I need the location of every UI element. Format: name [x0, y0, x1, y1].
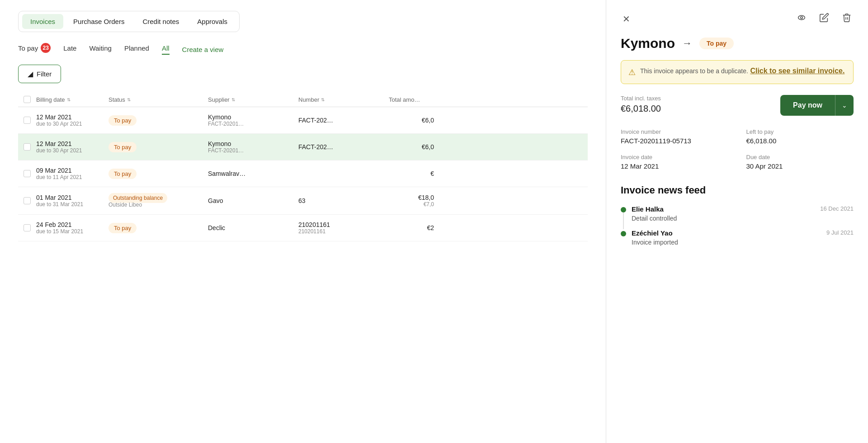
- row-4-supplier: Gavo: [208, 197, 298, 204]
- status-sort-icon[interactable]: ⇅: [127, 97, 131, 102]
- row-2-supplier: Kymono FACT-20201…: [208, 140, 298, 154]
- row-1-amount: €6,0: [389, 117, 443, 124]
- filter-tab-late[interactable]: Late: [63, 44, 76, 55]
- table-row[interactable]: 24 Feb 2021 due to 15 Mar 2021 To pay De…: [18, 215, 588, 241]
- close-icon: ✕: [623, 14, 630, 24]
- filter-icon: ◢: [28, 70, 33, 78]
- view-button[interactable]: [795, 11, 808, 27]
- left-to-pay-item: Left to pay €6,018.00: [746, 128, 854, 145]
- row-3-checkbox[interactable]: [24, 170, 31, 177]
- pay-section: Total incl. taxes €6,018.00 Pay now ⌄: [621, 95, 854, 116]
- select-all-checkbox[interactable]: [24, 96, 31, 103]
- number-sort-icon[interactable]: ⇅: [321, 97, 325, 102]
- row-2-number: FACT-202…: [298, 143, 389, 151]
- trash-icon: [842, 13, 852, 25]
- filter-tab-planned[interactable]: Planned: [124, 44, 149, 55]
- feed-content: Ezéchiel Yao 9 Jul 2021 Invoice imported: [632, 229, 854, 246]
- eye-icon: [797, 13, 807, 25]
- invoice-details-grid: Invoice number FACT-20201119-05713 Left …: [621, 128, 854, 170]
- warning-icon: ⚠: [628, 67, 636, 77]
- filter-tab-all-label: All: [162, 44, 170, 52]
- feed-date: 16 Dec 2021: [820, 205, 854, 212]
- feed-header: Elie Halka 16 Dec 2021: [632, 205, 854, 213]
- duplicate-warning: ⚠ This invoice appears to be a duplicate…: [621, 60, 854, 84]
- feed-dot: [621, 207, 626, 212]
- row-1-supplier: Kymono FACT-20201…: [208, 113, 298, 127]
- filter-button[interactable]: ◢ Filter: [18, 65, 61, 83]
- right-panel: ✕: [606, 0, 868, 443]
- invoice-supplier-title: Kymono: [621, 36, 675, 51]
- row-1-checkbox[interactable]: [24, 117, 31, 124]
- feed-text: Detail controlled: [632, 215, 854, 222]
- feed-item: Ezéchiel Yao 9 Jul 2021 Invoice imported: [621, 229, 854, 246]
- filter-tab-late-label: Late: [63, 44, 76, 52]
- warning-content: This invoice appears to be a duplicate. …: [640, 67, 844, 75]
- row-5-number: 210201161 210201161: [298, 221, 389, 235]
- panel-toolbar: ✕: [621, 11, 854, 27]
- row-5-date: 24 Feb 2021 due to 15 Mar 2021: [36, 221, 108, 235]
- billing-date-sort-icon[interactable]: ⇅: [67, 97, 71, 102]
- total-label: Total incl. taxes: [621, 95, 661, 102]
- invoice-number-value: FACT-20201119-05713: [621, 137, 728, 145]
- invoice-number-item: Invoice number FACT-20201119-05713: [621, 128, 728, 145]
- row-3-date: 09 Mar 2021 due to 11 Apr 2021: [36, 167, 108, 180]
- supplier-sort-icon[interactable]: ⇅: [231, 97, 235, 102]
- feed-text: Invoice imported: [632, 239, 854, 246]
- filter-tab-to-pay-label: To pay: [18, 44, 38, 52]
- toolbar-right: [795, 11, 854, 27]
- filter-tab-waiting[interactable]: Waiting: [89, 44, 111, 55]
- filter-tab-to-pay[interactable]: To pay 23: [18, 43, 51, 56]
- th-total-amount: Total amo…: [389, 96, 443, 103]
- pay-now-dropdown-button[interactable]: ⌄: [835, 95, 854, 116]
- feed-dot: [621, 231, 626, 236]
- tab-credit-notes[interactable]: Credit notes: [134, 14, 187, 29]
- invoice-header: Kymono → To pay: [621, 36, 854, 51]
- row-5-amount: €2: [389, 224, 443, 231]
- invoice-date-value: 12 Mar 2021: [621, 162, 728, 170]
- news-feed: Invoice news feed Elie Halka 16 Dec 2021…: [621, 184, 854, 246]
- th-billing-date: Billing date ⇅: [36, 96, 108, 103]
- row-2-amount: €6,0: [389, 143, 443, 151]
- svg-point-0: [798, 15, 805, 19]
- left-panel: Invoices Purchase Orders Credit notes Ap…: [0, 0, 606, 443]
- svg-point-1: [801, 17, 803, 19]
- to-pay-badge: 23: [41, 43, 51, 53]
- close-button[interactable]: ✕: [621, 12, 632, 26]
- filter-tab-all[interactable]: All: [162, 44, 170, 55]
- create-view-button[interactable]: Create a view: [182, 46, 224, 53]
- feed-date: 9 Jul 2021: [826, 229, 854, 236]
- chevron-down-icon: ⌄: [842, 102, 847, 109]
- row-2-date: 12 Mar 2021 due to 30 Apr 2021: [36, 140, 108, 154]
- table-row[interactable]: 09 Mar 2021 due to 11 Apr 2021 To pay Sa…: [18, 160, 588, 187]
- row-2-status: To pay: [108, 143, 208, 151]
- invoice-date-label: Invoice date: [621, 154, 728, 160]
- row-4-number: 63: [298, 197, 389, 204]
- row-5-checkbox[interactable]: [24, 224, 31, 231]
- row-5-status: To pay: [108, 224, 208, 232]
- row-4-status: Outstanding balance Outside Libeo: [108, 193, 208, 208]
- table-row[interactable]: 12 Mar 2021 due to 30 Apr 2021 To pay Ky…: [18, 134, 588, 160]
- table-row[interactable]: 01 Mar 2021 due to 31 Mar 2021 Outstandi…: [18, 187, 588, 215]
- pay-now-button[interactable]: Pay now: [780, 95, 835, 116]
- delete-button[interactable]: [840, 11, 854, 27]
- th-status: Status ⇅: [108, 96, 208, 103]
- row-4-date: 01 Mar 2021 due to 31 Mar 2021: [36, 194, 108, 207]
- edit-icon: [819, 13, 829, 25]
- invoice-table: Billing date ⇅ Status ⇅ Supplier ⇅ Numbe…: [18, 92, 588, 241]
- tab-purchase-orders[interactable]: Purchase Orders: [65, 14, 132, 29]
- row-4-checkbox[interactable]: [24, 197, 31, 204]
- invoice-date-item: Invoice date 12 Mar 2021: [621, 154, 728, 170]
- feed-author-name: Ezéchiel Yao: [632, 229, 673, 237]
- table-row[interactable]: 12 Mar 2021 due to 30 Apr 2021 To pay Ky…: [18, 107, 588, 134]
- due-date-label: Due date: [746, 154, 854, 160]
- feed-header: Ezéchiel Yao 9 Jul 2021: [632, 229, 854, 237]
- edit-button[interactable]: [817, 11, 831, 27]
- feed-connector-line: [623, 212, 624, 229]
- tab-invoices[interactable]: Invoices: [22, 14, 63, 29]
- tab-approvals[interactable]: Approvals: [189, 14, 236, 29]
- row-2-checkbox[interactable]: [24, 143, 31, 151]
- feed-item: Elie Halka 16 Dec 2021 Detail controlled: [621, 205, 854, 222]
- tab-navigation: Invoices Purchase Orders Credit notes Ap…: [18, 11, 240, 32]
- row-3-supplier: Samwalrav…: [208, 170, 298, 177]
- duplicate-link[interactable]: Click to see similar invoice.: [750, 67, 844, 75]
